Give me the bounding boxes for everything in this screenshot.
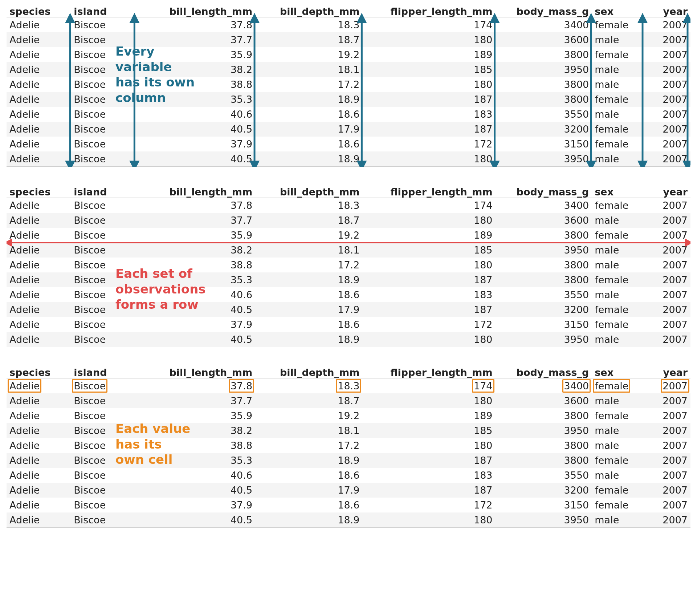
table-cell: Adelie bbox=[7, 32, 71, 47]
table-cell: 189 bbox=[362, 228, 495, 243]
column-header: species bbox=[7, 184, 71, 198]
table-cell: Biscoe bbox=[71, 92, 135, 107]
table-cell: 18.9 bbox=[255, 332, 362, 347]
column-header: body_mass_g bbox=[496, 4, 592, 17]
table-cell: Biscoe bbox=[71, 453, 135, 468]
table-cell: 183 bbox=[362, 468, 495, 483]
table-cell: Adelie bbox=[7, 302, 71, 317]
column-header: year bbox=[643, 4, 690, 17]
table-cell: male bbox=[592, 287, 643, 302]
table-row: AdelieBiscoe40.618.61833550male2007 bbox=[7, 468, 690, 483]
table-cell: Adelie bbox=[7, 137, 71, 151]
column-header: island bbox=[71, 184, 135, 198]
table-cell: female bbox=[592, 272, 643, 287]
table-cell: 40.5 bbox=[135, 483, 255, 498]
table-cell: male bbox=[592, 213, 643, 228]
table-cell: 37.9 bbox=[135, 317, 255, 332]
table-cell: 18.6 bbox=[255, 498, 362, 512]
table-row: AdelieBiscoe40.618.61833550male2007 bbox=[7, 287, 690, 302]
table-cell: 18.7 bbox=[255, 393, 362, 408]
table-cell: 3200 bbox=[496, 302, 592, 317]
table-cell: 18.9 bbox=[255, 512, 362, 528]
column-header: island bbox=[71, 4, 135, 17]
table-cell: 2007 bbox=[643, 47, 690, 62]
table-cell: 18.1 bbox=[255, 243, 362, 258]
tidy-columns-panel: speciesislandbill_length_mmbill_depth_mm… bbox=[7, 4, 690, 167]
table-row: AdelieBiscoe38.218.11853950male2007 bbox=[7, 243, 690, 258]
table-cell: 38.8 bbox=[135, 438, 255, 453]
table-cell: 172 bbox=[362, 137, 495, 151]
table-cell: 189 bbox=[362, 47, 495, 62]
table-row: AdelieBiscoe38.218.11853950male2007 bbox=[7, 62, 690, 77]
tidy-cells-panel: speciesislandbill_length_mmbill_depth_mm… bbox=[7, 365, 690, 528]
table-cell: 172 bbox=[362, 317, 495, 332]
table-cell: 2007 bbox=[643, 287, 690, 302]
table-row: AdelieBiscoe38.817.21803800male2007 bbox=[7, 77, 690, 92]
table-row: AdelieBiscoe35.318.91873800female2007 bbox=[7, 272, 690, 287]
table-cell: 40.5 bbox=[135, 302, 255, 317]
column-header: bill_length_mm bbox=[135, 184, 255, 198]
table-cell: Biscoe bbox=[71, 468, 135, 483]
table-cell: 187 bbox=[362, 92, 495, 107]
table-cell: Adelie bbox=[7, 213, 71, 228]
table-cell: 180 bbox=[362, 512, 495, 528]
table-cell: female bbox=[592, 122, 643, 137]
table-cell: female bbox=[592, 17, 643, 33]
table-cell: 2007 bbox=[643, 468, 690, 483]
table-cell: female bbox=[592, 228, 643, 243]
table-cell: 2007 bbox=[643, 151, 690, 167]
table-row: AdelieBiscoe37.918.61723150female2007 bbox=[7, 498, 690, 512]
table-cell: 2007 bbox=[643, 62, 690, 77]
table-cell: female bbox=[592, 378, 643, 394]
table-cell: 2007 bbox=[643, 512, 690, 528]
table-row: AdelieBiscoe37.718.71803600male2007 bbox=[7, 393, 690, 408]
table-cell: 185 bbox=[362, 243, 495, 258]
column-header: bill_depth_mm bbox=[255, 184, 362, 198]
table-cell: 187 bbox=[362, 483, 495, 498]
table-cell: 2007 bbox=[643, 332, 690, 347]
table-cell: 180 bbox=[362, 151, 495, 167]
table-cell: female bbox=[592, 453, 643, 468]
table-cell: 37.8 bbox=[135, 378, 255, 394]
table-cell: 3800 bbox=[496, 92, 592, 107]
column-header: body_mass_g bbox=[496, 184, 592, 198]
table-cell: male bbox=[592, 62, 643, 77]
table-cell: 18.6 bbox=[255, 317, 362, 332]
table-cell: 2007 bbox=[643, 198, 690, 213]
table-cell: 18.3 bbox=[255, 198, 362, 213]
table-cell: male bbox=[592, 151, 643, 167]
table-cell: 187 bbox=[362, 272, 495, 287]
table-cell: 2007 bbox=[643, 92, 690, 107]
table-cell: Adelie bbox=[7, 77, 71, 92]
table-cell: 19.2 bbox=[255, 47, 362, 62]
table-cell: Biscoe bbox=[71, 243, 135, 258]
column-header: species bbox=[7, 365, 71, 378]
table-cell: Biscoe bbox=[71, 77, 135, 92]
column-header: sex bbox=[592, 184, 643, 198]
table-cell: 2007 bbox=[643, 272, 690, 287]
table-cell: Adelie bbox=[7, 151, 71, 167]
table-cell: 187 bbox=[362, 453, 495, 468]
table-cell: Biscoe bbox=[71, 17, 135, 33]
table-row: AdelieBiscoe37.818.31743400female2007 bbox=[7, 378, 690, 394]
table-cell: 2007 bbox=[643, 483, 690, 498]
table-cell: 3200 bbox=[496, 483, 592, 498]
table-cell: 172 bbox=[362, 498, 495, 512]
column-header: bill_depth_mm bbox=[255, 4, 362, 17]
table-cell: 3600 bbox=[496, 32, 592, 47]
table-cell: 35.3 bbox=[135, 92, 255, 107]
table-cell: 2007 bbox=[643, 423, 690, 438]
table-cell: 38.2 bbox=[135, 423, 255, 438]
table-row: AdelieBiscoe37.718.71803600male2007 bbox=[7, 213, 690, 228]
table-cell: 3600 bbox=[496, 213, 592, 228]
table-cell: 3550 bbox=[496, 468, 592, 483]
table-cell: 180 bbox=[362, 438, 495, 453]
table-cell: 40.6 bbox=[135, 107, 255, 122]
table-cell: 18.1 bbox=[255, 423, 362, 438]
table-cell: Adelie bbox=[7, 483, 71, 498]
table-row: AdelieBiscoe40.517.91873200female2007 bbox=[7, 122, 690, 137]
table-cell: 19.2 bbox=[255, 408, 362, 423]
table-cell: female bbox=[592, 408, 643, 423]
table-cell: Adelie bbox=[7, 258, 71, 272]
table-cell: 17.2 bbox=[255, 77, 362, 92]
